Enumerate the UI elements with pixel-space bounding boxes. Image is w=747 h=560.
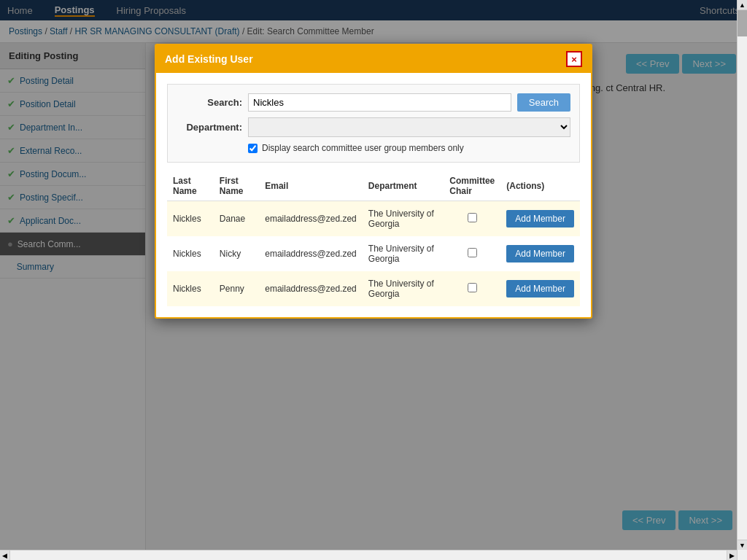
add-member-button-3[interactable]: Add Member [506, 280, 574, 298]
scrollbar-vertical[interactable]: ▲ ▼ [737, 0, 747, 559]
actions-cell: Add Member [500, 201, 580, 237]
table-row: Nickles Nicky emailaddress@zed.zed The U… [167, 236, 580, 271]
table-row: Nickles Penny emailaddress@zed.zed The U… [167, 271, 580, 306]
department-select[interactable] [248, 117, 570, 137]
email-cell: emailaddress@zed.zed [259, 236, 363, 271]
add-member-button-1[interactable]: Add Member [506, 210, 574, 228]
department-label: Department: [177, 122, 242, 133]
checkbox-row: Display search committee user group memb… [248, 143, 570, 153]
display-members-label: Display search committee user group memb… [262, 143, 464, 153]
actions-cell: Add Member [500, 271, 580, 306]
first-name-cell: Penny [214, 271, 259, 306]
committee-chair-checkbox-1[interactable] [468, 213, 477, 222]
col-first-name: First Name [214, 171, 259, 201]
modal-close-button[interactable]: × [566, 51, 582, 67]
last-name-cell: Nickles [167, 236, 214, 271]
last-name-cell: Nickles [167, 201, 214, 237]
scrollbar-thumb[interactable] [738, 7, 747, 36]
add-member-button-2[interactable]: Add Member [506, 245, 574, 262]
add-existing-user-modal: Add Existing User × Search: Search Depar… [155, 44, 592, 319]
col-actions: (Actions) [500, 171, 580, 201]
modal-header: Add Existing User × [156, 45, 591, 73]
scroll-right-arrow[interactable]: ▶ [727, 551, 737, 559]
modal-title: Add Existing User [165, 53, 253, 65]
department-cell: The University of Georgia [363, 271, 444, 306]
modal-overlay: Add Existing User × Search: Search Depar… [0, 0, 747, 559]
last-name-cell: Nickles [167, 271, 214, 306]
results-table: Last Name First Name Email Department Co… [167, 171, 580, 306]
table-header: Last Name First Name Email Department Co… [167, 171, 580, 201]
scroll-up-arrow[interactable]: ▲ [738, 0, 747, 10]
col-committee-chair: CommitteeChair [444, 171, 500, 201]
committee-chair-cell [444, 201, 500, 237]
committee-chair-cell [444, 271, 500, 306]
display-members-checkbox[interactable] [248, 144, 258, 153]
search-form: Search: Search Department: Display searc… [167, 84, 580, 163]
scrollbar-horizontal[interactable]: ◀ ▶ [0, 550, 737, 559]
committee-chair-checkbox-3[interactable] [468, 283, 477, 292]
department-cell: The University of Georgia [363, 201, 444, 237]
department-cell: The University of Georgia [363, 236, 444, 271]
scroll-left-arrow[interactable]: ◀ [0, 551, 10, 559]
search-row: Search: Search [177, 93, 570, 112]
first-name-cell: Nicky [214, 236, 259, 271]
actions-cell: Add Member [500, 236, 580, 271]
col-last-name: Last Name [167, 171, 214, 201]
committee-chair-cell [444, 236, 500, 271]
search-button[interactable]: Search [517, 93, 570, 112]
email-cell: emailaddress@zed.zed [259, 201, 363, 237]
scroll-down-arrow[interactable]: ▼ [738, 540, 747, 550]
table-row: Nickles Danae emailaddress@zed.zed The U… [167, 201, 580, 237]
email-cell: emailaddress@zed.zed [259, 271, 363, 306]
department-row: Department: [177, 117, 570, 137]
col-email: Email [259, 171, 363, 201]
search-input[interactable] [248, 93, 511, 112]
search-label: Search: [177, 97, 242, 108]
table-body: Nickles Danae emailaddress@zed.zed The U… [167, 201, 580, 307]
committee-chair-checkbox-2[interactable] [468, 248, 477, 257]
modal-body: Search: Search Department: Display searc… [156, 73, 591, 317]
col-department: Department [363, 171, 444, 201]
first-name-cell: Danae [214, 201, 259, 237]
